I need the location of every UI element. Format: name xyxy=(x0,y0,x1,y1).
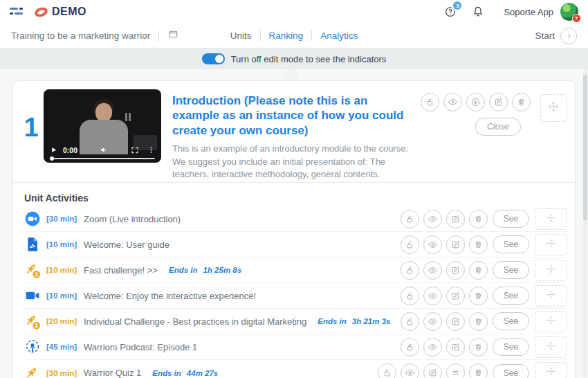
eye-button[interactable] xyxy=(443,93,462,111)
edit-button[interactable] xyxy=(446,210,465,228)
app-logo[interactable]: DEMO xyxy=(35,6,86,18)
menu-toggle-icon[interactable] xyxy=(10,7,24,17)
trash-button[interactable] xyxy=(469,210,488,228)
eye-button[interactable] xyxy=(423,312,442,331)
eye-button[interactable] xyxy=(423,287,442,305)
start-button[interactable] xyxy=(560,28,577,44)
see-button[interactable]: See xyxy=(493,312,529,330)
trash-button[interactable] xyxy=(512,93,531,111)
tab-analytics[interactable]: Analytics xyxy=(320,30,358,41)
video-icon xyxy=(24,287,41,304)
activity-drag-handle[interactable] xyxy=(535,234,567,255)
trash-button[interactable] xyxy=(469,287,488,305)
eye-button[interactable] xyxy=(423,261,442,280)
user-avatar[interactable]: ▾ xyxy=(560,3,578,21)
pdf-icon xyxy=(24,236,41,253)
activity-row: [30 min] Warrior Quiz 1 Ends in44m 27s S… xyxy=(24,360,567,378)
edit-button[interactable] xyxy=(446,312,465,331)
play-icon[interactable] xyxy=(50,146,57,154)
see-button[interactable]: See xyxy=(493,287,529,305)
move-icon xyxy=(546,213,556,226)
tab-units[interactable]: Units xyxy=(230,30,252,41)
unlock-button[interactable] xyxy=(401,261,419,280)
app-window: DEMO 3 Soporte App ▾ Training to be a ma… xyxy=(0,0,588,378)
trash-button[interactable] xyxy=(469,338,488,357)
unit-number: 1 xyxy=(19,89,44,182)
help-button[interactable]: 3 xyxy=(443,4,458,19)
activity-title: Welcome: User guide xyxy=(84,240,169,250)
see-button[interactable]: See xyxy=(493,261,529,279)
edit-mode-label: Turn off edit mode to see the indicators xyxy=(231,54,387,64)
unlock-button[interactable] xyxy=(421,93,439,111)
fullscreen-icon[interactable] xyxy=(131,146,139,154)
course-toolbar: Training to be a marketing warrior Units… xyxy=(0,24,588,48)
notifications-bell-icon[interactable] xyxy=(470,4,486,19)
volume-icon[interactable] xyxy=(100,145,109,154)
edit-button[interactable] xyxy=(446,287,465,305)
activity-row: [10 min] Welcome: Enjoy the interactive … xyxy=(24,283,567,309)
eye-button[interactable] xyxy=(401,363,419,378)
see-button[interactable]: See xyxy=(493,210,529,228)
tab-ranking[interactable]: Ranking xyxy=(269,30,304,41)
rocket-user-icon xyxy=(24,313,41,330)
unit-header: 1 0:00 xyxy=(13,81,575,182)
trash-button[interactable] xyxy=(469,363,488,378)
activity-drag-handle[interactable] xyxy=(535,311,567,332)
edit-button[interactable] xyxy=(446,235,465,254)
activity-drag-handle[interactable] xyxy=(535,285,567,307)
activity-title: Warrior Quiz 1 xyxy=(84,368,141,378)
page-scrollbar[interactable] xyxy=(583,69,587,378)
activity-drag-handle[interactable] xyxy=(535,208,567,230)
eye-button[interactable] xyxy=(423,338,442,357)
see-button[interactable]: See xyxy=(493,235,529,253)
activity-actions xyxy=(401,210,488,228)
edit-button[interactable] xyxy=(446,338,465,357)
activity-duration: [45 min] xyxy=(46,343,78,351)
unlock-button[interactable] xyxy=(401,312,419,331)
trash-button[interactable] xyxy=(469,235,488,254)
add-button[interactable] xyxy=(466,93,485,111)
move-icon xyxy=(546,264,556,277)
activity-duration: [20 min] xyxy=(46,317,78,325)
activity-actions xyxy=(401,338,488,357)
see-button[interactable]: See xyxy=(493,364,529,378)
close-button[interactable]: Close xyxy=(475,118,521,136)
video-menu-icon[interactable] xyxy=(147,146,155,154)
activity-actions xyxy=(401,287,488,305)
unlock-button[interactable] xyxy=(401,210,419,228)
activity-row: [30 min] Zoom (Live introduction) See xyxy=(24,206,567,232)
unlock-button[interactable] xyxy=(401,287,419,305)
rocket-icon xyxy=(24,365,41,378)
trash-button[interactable] xyxy=(469,312,488,331)
unlock-button[interactable] xyxy=(401,338,419,357)
trash-button[interactable] xyxy=(469,261,488,280)
move-icon xyxy=(546,238,556,251)
unit-actions: Close xyxy=(421,89,531,182)
unlock-button[interactable] xyxy=(401,235,419,254)
activity-duration: [10 min] xyxy=(46,291,78,300)
edit-button[interactable] xyxy=(489,93,508,111)
unit-drag-handle[interactable] xyxy=(540,94,567,122)
eye-button[interactable] xyxy=(423,235,442,254)
activity-title: Warriors Podcast: Episode 1 xyxy=(84,342,197,352)
activity-drag-handle[interactable] xyxy=(535,362,567,378)
activity-title: Individual Challenge - Best practices in… xyxy=(84,316,306,327)
activity-row: [10 min] Fast challenge! >> Ends in1h 25… xyxy=(24,258,567,283)
see-button[interactable]: See xyxy=(493,338,529,356)
edit-button[interactable] xyxy=(423,363,442,378)
edit-button[interactable] xyxy=(446,261,465,280)
unlock-button[interactable] xyxy=(378,363,396,378)
edit-mode-toggle[interactable] xyxy=(202,53,225,64)
window-icon[interactable] xyxy=(167,28,179,43)
video-player[interactable]: 0:00 xyxy=(44,89,161,163)
user-name[interactable]: Soporte App xyxy=(504,7,553,17)
edit-mode-banner: Turn off edit mode to see the indicators xyxy=(0,48,588,69)
activity-actions xyxy=(401,235,488,254)
video-progress-bar[interactable] xyxy=(50,158,155,160)
eye-button[interactable] xyxy=(423,210,442,228)
podcast-icon xyxy=(24,339,41,355)
separator xyxy=(260,30,261,41)
activity-drag-handle[interactable] xyxy=(535,260,567,281)
activity-drag-handle[interactable] xyxy=(535,336,567,358)
list-button[interactable] xyxy=(446,363,465,378)
